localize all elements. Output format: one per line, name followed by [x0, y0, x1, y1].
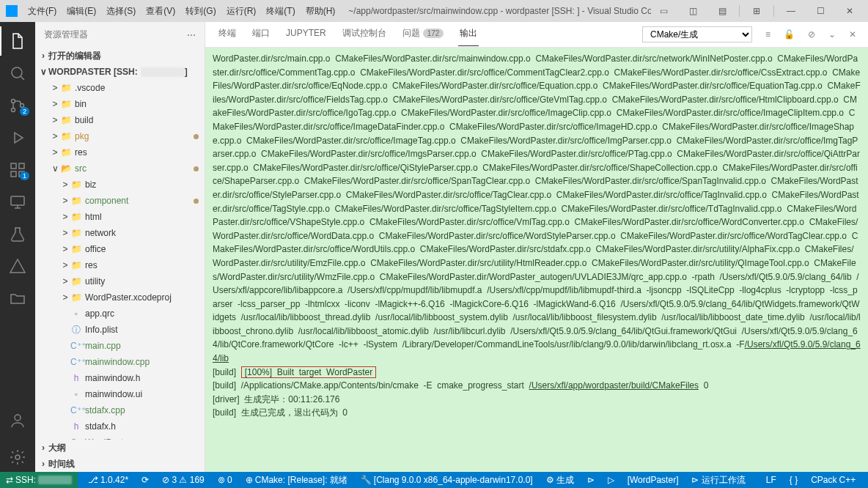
- run-button[interactable]: ▷: [605, 475, 617, 485]
- svg-point-2: [12, 108, 15, 112]
- source-control-icon[interactable]: 2: [0, 91, 35, 120]
- tree-item[interactable]: >📁bin: [35, 96, 205, 112]
- tree-item[interactable]: >📁res: [35, 144, 205, 160]
- file-tree: >📁.vscode>📁bin>📁build>📁pkg>📁res∨📂src>📁bi…: [35, 80, 205, 440]
- tree-item[interactable]: ⓘInfo.plist: [35, 322, 205, 338]
- layout-icon[interactable]: ◫: [680, 3, 705, 19]
- tree-item[interactable]: C⁺⁺stdafx.cpp: [35, 402, 205, 418]
- svg-rect-6: [11, 171, 16, 177]
- svg-point-10: [15, 455, 20, 459]
- tree-item[interactable]: >📁utility: [35, 273, 205, 289]
- extensions-icon[interactable]: 1: [0, 155, 35, 185]
- menu-item[interactable]: 选择(S): [102, 2, 140, 21]
- sync-icon[interactable]: ⟳: [139, 475, 152, 485]
- layout-icon[interactable]: ⊞: [744, 3, 769, 19]
- tab-debug-console[interactable]: 调试控制台: [341, 24, 388, 45]
- menu-item[interactable]: 帮助(H): [301, 2, 340, 21]
- tree-item[interactable]: ▫mainwindow.ui: [35, 386, 205, 402]
- git-branch[interactable]: ⎇ 1.0.42*: [85, 475, 131, 485]
- layout-icon[interactable]: ▭: [651, 3, 676, 19]
- run-workflow[interactable]: ⊳ 运行工作流: [688, 474, 748, 487]
- tree-item[interactable]: >📁build: [35, 112, 205, 128]
- svg-rect-5: [19, 163, 24, 169]
- filter-icon[interactable]: ≡: [765, 29, 770, 40]
- account-icon[interactable]: [0, 406, 35, 435]
- minimize-button[interactable]: —: [779, 3, 803, 19]
- tree-item[interactable]: ▫app.qrc: [35, 306, 205, 322]
- tree-item[interactable]: >📁pkg: [35, 128, 205, 144]
- tree-item[interactable]: >📁biz: [35, 177, 205, 193]
- tree-item[interactable]: hstdafx.h: [35, 418, 205, 435]
- more-icon[interactable]: ⋯: [187, 30, 196, 40]
- tree-item[interactable]: >📁res: [35, 257, 205, 273]
- close-button[interactable]: ✕: [837, 3, 862, 19]
- menu-item[interactable]: 查看(V): [141, 2, 180, 21]
- menu-item[interactable]: 文件(F): [23, 2, 61, 21]
- cmake-kit[interactable]: 🔧 [Clang 9.0.0 x86_64-apple-darwin17.0.0…: [358, 475, 536, 485]
- output-panel[interactable]: WordPaster.dir/src/main.cpp.o CMakeFiles…: [205, 48, 868, 472]
- eol-indicator[interactable]: LF: [763, 475, 779, 485]
- explorer-icon[interactable]: [0, 26, 35, 56]
- problems-status[interactable]: ⊘ 3 ⚠ 169: [159, 475, 207, 485]
- svg-point-1: [12, 100, 15, 103]
- language-mode[interactable]: CPack C++: [808, 475, 858, 485]
- testing-icon[interactable]: [0, 220, 35, 249]
- lock-icon[interactable]: 🔓: [784, 29, 795, 40]
- tree-item[interactable]: C⁺⁺WordPaster.cpp: [35, 435, 205, 440]
- tree-item[interactable]: ∨📂src: [35, 160, 205, 177]
- svg-point-0: [12, 67, 22, 78]
- titlebar: 文件(F)编辑(E)选择(S)查看(V)转到(G)运行(R)终端(T)帮助(H)…: [0, 0, 868, 22]
- tree-item[interactable]: hmainwindow.h: [35, 370, 205, 386]
- outline-section[interactable]: ›大纲: [35, 440, 205, 456]
- settings-gear-icon[interactable]: [0, 443, 35, 472]
- tree-item[interactable]: >📁html: [35, 209, 205, 225]
- debug-button[interactable]: ⊳: [584, 475, 597, 485]
- clear-icon[interactable]: ⊘: [808, 29, 815, 40]
- layout-icon[interactable]: ▤: [710, 3, 735, 19]
- chevron-down-icon[interactable]: ⌄: [828, 29, 836, 40]
- title-buttons: ▭ ◫ ▤ ⊞ — ☐ ✕: [651, 3, 862, 19]
- tree-item[interactable]: >📁network: [35, 225, 205, 241]
- project-section[interactable]: ∨WORDPASTER [SSH:]: [35, 64, 205, 80]
- remote-indicator[interactable]: ⇄ SSH:: [0, 472, 78, 488]
- menu-item[interactable]: 运行(R): [222, 2, 261, 21]
- maximize-button[interactable]: ☐: [808, 3, 833, 19]
- build-button[interactable]: ⚙ 生成: [543, 474, 577, 487]
- cmake-icon[interactable]: [0, 252, 35, 281]
- menu-item[interactable]: 编辑(E): [62, 2, 100, 21]
- output-channel-select[interactable]: CMake/生成: [642, 26, 752, 42]
- tab-jupyter[interactable]: JUPYTER: [284, 25, 328, 44]
- tab-problems[interactable]: 问题172: [401, 24, 446, 45]
- panel-tabs: 终端 端口 JUPYTER 调试控制台 问题172 输出 CMake/生成 ≡ …: [205, 22, 868, 48]
- open-editors-section[interactable]: ›打开的编辑器: [35, 48, 205, 64]
- tab-ports[interactable]: 端口: [251, 24, 271, 45]
- close-icon[interactable]: ✕: [849, 29, 856, 40]
- menu-bar: 文件(F)编辑(E)选择(S)查看(V)转到(G)运行(R)终端(T)帮助(H): [23, 2, 339, 21]
- tree-item[interactable]: >📁.vscode: [35, 80, 205, 96]
- tab-output[interactable]: 输出: [458, 24, 479, 45]
- remote-icon[interactable]: [0, 188, 35, 217]
- sidebar: 资源管理器⋯ ›打开的编辑器 ∨WORDPASTER [SSH:] >📁.vsc…: [35, 22, 205, 472]
- svg-rect-4: [11, 163, 16, 169]
- tab-terminal[interactable]: 终端: [217, 24, 238, 45]
- menu-item[interactable]: 终端(T): [262, 2, 299, 21]
- menu-item[interactable]: 转到(G): [181, 2, 220, 21]
- launch-target[interactable]: [WordPaster]: [625, 475, 682, 485]
- tree-item[interactable]: >📁WordPaster.xcodeproj: [35, 289, 205, 306]
- timeline-section[interactable]: ›时间线: [35, 456, 205, 472]
- cmake-status[interactable]: ⊕ CMake: [Release]: 就绪: [243, 474, 350, 487]
- svg-point-9: [15, 415, 21, 421]
- sidebar-title: 资源管理器⋯: [35, 22, 205, 48]
- braces-icon[interactable]: { }: [787, 475, 801, 485]
- run-debug-icon[interactable]: [0, 123, 35, 152]
- folder-icon[interactable]: [0, 284, 35, 314]
- activity-bar: 2 1: [0, 22, 35, 472]
- editor-area: 终端 端口 JUPYTER 调试控制台 问题172 输出 CMake/生成 ≡ …: [205, 22, 868, 472]
- search-icon[interactable]: [0, 59, 35, 88]
- ports-status[interactable]: ⊚ 0: [215, 475, 235, 485]
- tree-item[interactable]: C⁺⁺main.cpp: [35, 338, 205, 354]
- tree-item[interactable]: >📁component: [35, 193, 205, 209]
- tree-item[interactable]: C⁺⁺mainwindow.cpp: [35, 354, 205, 370]
- svg-rect-8: [11, 196, 24, 205]
- tree-item[interactable]: >📁office: [35, 241, 205, 257]
